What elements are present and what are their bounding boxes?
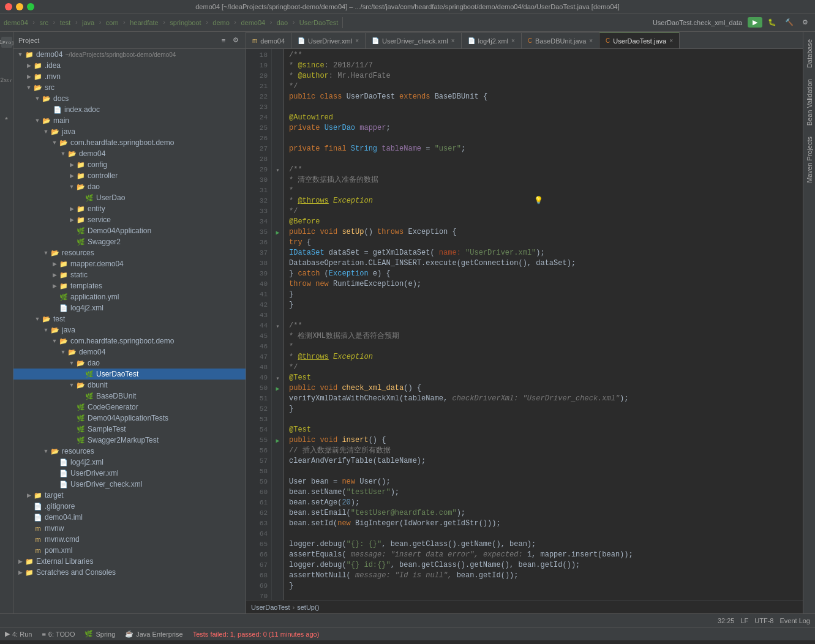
tree-item-pkg[interactable]: ▼ 📂 com.heardfate.springboot.demo (13, 137, 246, 148)
toolbar-java[interactable]: java (82, 19, 94, 26)
tree-item-src[interactable]: ▼ 📂 src (13, 82, 246, 93)
tree-item-templates[interactable]: ▶ 📁 templates (13, 280, 246, 291)
toolbar-com[interactable]: com (106, 19, 119, 26)
run-bar-run[interactable]: ▶ 4: Run (5, 630, 32, 638)
tree-item-service[interactable]: ▶ 📁 service (13, 214, 246, 225)
tree-item-swagger2[interactable]: 🌿 Swagger2 (13, 236, 246, 247)
toolbar-heardfate[interactable]: heardfate (130, 19, 158, 26)
tab-basedbunit-java[interactable]: C BaseDBUnit.java × (522, 32, 599, 48)
tree-item-test-pkg[interactable]: ▼ 📂 com.heardfate.springboot.demo (13, 335, 246, 346)
tree-item-demo04-iml[interactable]: 📄 demo04.iml (13, 512, 246, 523)
breadcrumb-setup[interactable]: setUp() (297, 604, 319, 611)
tree-item-config[interactable]: ▶ 📁 config (13, 159, 246, 170)
run-button[interactable]: ▶ (748, 17, 762, 28)
tree-item-index-adoc[interactable]: 📄 index.adoc (13, 104, 246, 115)
line-ending[interactable]: LF (740, 617, 748, 624)
run-bar-spring[interactable]: 🌿 Spring (85, 630, 115, 638)
tree-item-test-demo04[interactable]: ▼ 📂 demo04 (13, 346, 246, 358)
tab-log4j2-xml[interactable]: 📄 log4j2.xml × (462, 32, 522, 48)
toolbar-demo[interactable]: demo (212, 19, 230, 26)
tree-item-test-java[interactable]: ▼ 📂 java (13, 324, 246, 335)
activity-structure[interactable]: 2Str (1, 75, 12, 86)
tree-item-dao[interactable]: ▼ 📂 dao (13, 181, 246, 192)
tree-item-demo04apptests[interactable]: 🌿 Demo04ApplicationTests (13, 413, 246, 424)
minimize-button[interactable] (16, 3, 23, 10)
tree-item-demo04app[interactable]: 🌿 Demo04Application (13, 225, 246, 236)
tree-item-sampletest[interactable]: 🌿 SampleTest (13, 424, 246, 435)
tree-item-docs[interactable]: ▼ 📂 docs (13, 93, 246, 104)
tree-item-static[interactable]: ▶ 📁 static (13, 269, 246, 280)
tree-item-codegenerator[interactable]: 🌿 CodeGenerator (13, 402, 246, 413)
toolbar-springboot[interactable]: springboot (170, 19, 201, 26)
maven-projects-tab[interactable]: Maven Projects (805, 132, 814, 188)
debug-button[interactable]: 🐛 (765, 17, 779, 28)
run-bar-todo[interactable]: ≡ 6: TODO (42, 631, 75, 638)
tree-item-dbunit[interactable]: ▼ 📂 dbunit (13, 380, 246, 391)
activity-favorites[interactable]: ★ (1, 113, 12, 124)
tree-item-userdriver-xml[interactable]: 📄 UserDriver.xml (13, 468, 246, 479)
tab-close-icon[interactable]: × (355, 37, 359, 44)
tree-item-mvn[interactable]: ▶ 📁 .mvn (13, 71, 246, 82)
tree-item-swagger2markuptest[interactable]: 🌿 Swagger2MarkupTest (13, 435, 246, 446)
tree-item-main-java[interactable]: ▼ 📂 java (13, 126, 246, 137)
maximize-button[interactable] (27, 3, 34, 10)
tree-item-controller[interactable]: ▶ 📁 controller (13, 170, 246, 181)
toolbar-dao[interactable]: dao (277, 19, 288, 26)
close-button[interactable] (5, 3, 12, 10)
tree-item-pom-xml[interactable]: m pom.xml (13, 545, 246, 556)
tree-item-demo04-pkg[interactable]: ▼ 📂 demo04 (13, 148, 246, 159)
tree-item-main[interactable]: ▼ 📂 main (13, 115, 246, 126)
code-line: } (289, 404, 798, 414)
tree-item-test-resources[interactable]: ▼ 📂 resources (13, 446, 246, 457)
toolbar-userdaotest[interactable]: UserDaoTest (299, 19, 339, 26)
tab-userdriver-check-xml[interactable]: 📄 UserDriver_check.xml × (366, 32, 461, 48)
toolbar-test[interactable]: test (60, 19, 71, 26)
collapse-all-icon[interactable]: ≡ (219, 36, 228, 45)
tree-item-target[interactable]: ▶ 📁 target (13, 490, 246, 501)
gear-icon[interactable]: ⚙ (231, 36, 241, 45)
tree-item-userdriver-check-xml[interactable]: 📄 UserDriver_check.xml (13, 479, 246, 490)
toolbar-src[interactable]: src (39, 19, 48, 26)
build-button[interactable]: 🔨 (782, 17, 797, 28)
tree-item-mapper-demo04[interactable]: ▶ 📁 mapper.demo04 (13, 258, 246, 269)
run-bar-enterprise[interactable]: ☕ Java Enterprise (125, 630, 182, 638)
tab-close-icon[interactable]: × (511, 37, 515, 44)
tree-item-test-dao[interactable]: ▼ 📂 dao (13, 358, 246, 369)
tree-item-entity[interactable]: ▶ 📁 entity (13, 203, 246, 214)
run-config-selector[interactable]: UserDaoTest.check_xml_data (650, 18, 745, 28)
quick-fix-bulb-icon[interactable]: 💡 (534, 196, 543, 206)
tab-close-icon[interactable]: × (669, 37, 673, 44)
code-editor[interactable]: /** * @since: 2018/11/7 * @author: Mr.He… (284, 49, 803, 600)
tree-item-test[interactable]: ▼ 📂 test (13, 313, 246, 324)
database-tab[interactable]: Database (805, 34, 814, 73)
tree-item-userdaotest[interactable]: 🌿 UserDaoTest (13, 369, 246, 380)
tree-item-scratches[interactable]: ▶ 📁 Scratches and Consoles (13, 567, 246, 578)
activity-project[interactable]: 1Proj (1, 37, 12, 48)
tree-item-gitignore[interactable]: 📄 .gitignore (13, 501, 246, 512)
tab-demo04[interactable]: m demo04 (246, 32, 291, 48)
tree-item-external-libraries[interactable]: ▶ 📁 External Libraries (13, 556, 246, 567)
tree-item-userdao[interactable]: 🌿 UserDao (13, 192, 246, 203)
toolbar-demo04-pkg[interactable]: demo04 (241, 19, 265, 26)
breadcrumb-userdaotest[interactable]: UserDaoTest (251, 604, 290, 611)
tree-arrow (67, 426, 76, 432)
tree-item-mvnw[interactable]: m mvnw (13, 523, 246, 534)
toolbar-demo04[interactable]: demo04 (4, 19, 28, 26)
tab-close-icon[interactable]: × (589, 37, 593, 44)
code-line: /** (289, 321, 798, 331)
tree-item-test-log4j2[interactable]: 📄 log4j2.xml (13, 457, 246, 468)
tree-item-application-yml[interactable]: 🌿 application.yml (13, 291, 246, 302)
tree-item-idea[interactable]: ▶ 📁 .idea (13, 60, 246, 71)
tab-userdriver-xml[interactable]: 📄 UserDriver.xml × (291, 32, 366, 48)
tab-userdaotest-java[interactable]: C UserDaoTest.java × (599, 32, 680, 48)
tree-item-log4j2-xml[interactable]: 📄 log4j2.xml (13, 302, 246, 313)
event-log[interactable]: Event Log (779, 617, 810, 624)
encoding[interactable]: UTF-8 (754, 617, 773, 624)
tree-item-resources[interactable]: ▼ 📂 resources (13, 247, 246, 258)
tree-item-demo04-root[interactable]: ▼ 📁 demo04 ~/IdeaProjects/springboot-dem… (13, 49, 246, 60)
tab-close-icon[interactable]: × (451, 37, 455, 44)
settings-button[interactable]: ⚙ (799, 17, 811, 28)
tree-item-mvnw-cmd[interactable]: m mvnw.cmd (13, 534, 246, 545)
tree-item-basedbunit[interactable]: 🌿 BaseDBUnit (13, 391, 246, 402)
bean-validation-tab[interactable]: Bean Validation (805, 74, 814, 130)
